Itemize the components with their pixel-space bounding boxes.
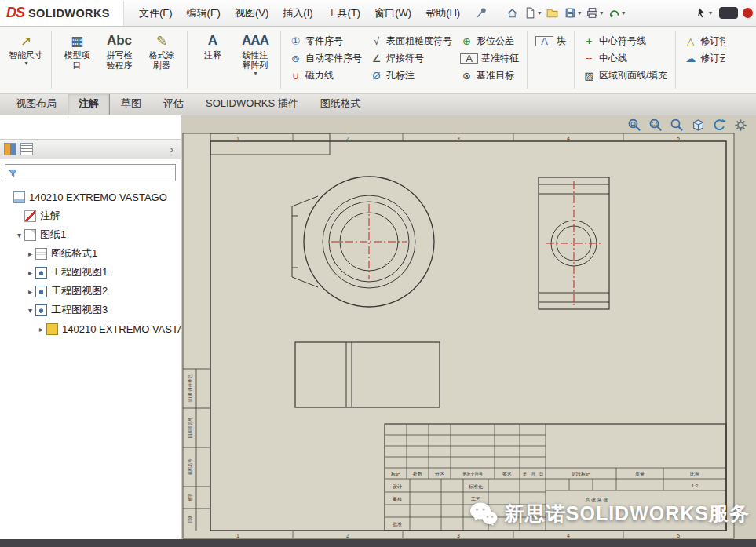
zone-number: 4 (567, 136, 570, 141)
sheet-format-icon (35, 248, 47, 260)
tab-view-layout[interactable]: 视图布局 (5, 93, 68, 115)
magnetic-line-icon: ∪ (289, 70, 302, 82)
ribbon-separator (51, 31, 52, 89)
menu-edit[interactable]: 编辑(E) (180, 2, 228, 24)
menu-window[interactable]: 窗口(W) (367, 2, 418, 24)
caret-right-icon: ▸ (25, 287, 35, 296)
menu-help[interactable]: 帮助(H) (418, 2, 467, 24)
graphics-area[interactable]: 1 2 3 4 5 1 2 3 4 5 借(通)用件登记 旧底图总号 底图总号 … (181, 115, 756, 539)
balloon-button[interactable]: ① 零件序号 (285, 33, 366, 49)
tab-sheet-format[interactable]: 图纸格式 (309, 93, 372, 115)
revision-cloud-button[interactable]: ☁ 修订云 (680, 50, 725, 67)
area-hatch-button[interactable]: ▨ 区域剖面线/填充 (579, 67, 671, 84)
tree-item-sheet-format1[interactable]: ▸ 图纸格式1 (0, 244, 181, 263)
tree-item-label: 工程图视图3 (51, 303, 108, 317)
tree-item-drawing-view2[interactable]: ▸ 工程图视图2 (0, 282, 181, 301)
pin-icon[interactable] (473, 5, 490, 21)
magnetic-line-button[interactable]: ∪ 磁力线 (285, 67, 366, 84)
view-settings-button[interactable] (733, 118, 748, 135)
ribbon-separator (574, 31, 575, 89)
select-cursor-icon (695, 6, 708, 20)
centerline-icon: ╌ (583, 53, 596, 64)
tree-filter (5, 164, 176, 181)
revision-symbol-button[interactable]: △ 修订符号 (680, 33, 725, 49)
select-tool-button[interactable]: ▾ (693, 5, 714, 21)
chevron-down-icon: ▾ (24, 60, 27, 67)
menu-view[interactable]: 视图(V) (228, 2, 276, 24)
menu-list: 文件(F) 编辑(E) 视图(V) 插入(I) 工具(T) 窗口(W) 帮助(H… (132, 2, 467, 24)
tab-evaluate[interactable]: 评估 (152, 93, 195, 115)
zoom-button[interactable] (670, 118, 685, 135)
balloon-icon: ① (289, 35, 302, 47)
feature-tree: 140210 EXTREMO VASTAGO 注解 ▾ 图纸1 ▸ 图纸格式1 … (0, 188, 181, 338)
tree-item-drawing-view1[interactable]: ▸ 工程图视图1 (0, 263, 181, 282)
filter-input[interactable] (21, 166, 173, 179)
spell-checker-icon: Abc (107, 31, 132, 50)
note-icon: A (208, 31, 217, 50)
gtol-button[interactable]: ⊕ 形位公差 (456, 33, 523, 49)
surface-finish-button[interactable]: √ 表面粗糙度符号 (366, 33, 456, 49)
feature-manager-tab-icon[interactable] (4, 143, 16, 155)
zoom-area-button[interactable] (648, 118, 663, 135)
rotate-view-button[interactable] (712, 118, 727, 135)
view-orientation-button[interactable] (691, 118, 706, 135)
weld-symbol-icon: ∠ (370, 53, 383, 64)
filter-funnel-icon (8, 168, 18, 178)
new-document-icon (524, 6, 537, 20)
caret-right-icon: ▸ (25, 268, 35, 277)
menu-tools[interactable]: 工具(T) (320, 2, 368, 24)
center-mark-button[interactable]: + 中心符号线 (579, 33, 671, 49)
display-manager-tab-icon[interactable] (20, 143, 33, 155)
linear-note-pattern-label: 线性注释阵列 (241, 50, 269, 71)
drawing-sheet[interactable]: 1 2 3 4 5 1 2 3 4 5 借(通)用件登记 旧底图总号 底图总号 … (181, 115, 756, 539)
solidworks-logo: DS SOLIDWORKS (0, 1, 124, 26)
datum-feature-icon: A (460, 53, 478, 64)
save-button[interactable]: ▾ (562, 5, 583, 21)
format-painter-button[interactable]: ✎ 格式涂刷器 (141, 28, 183, 92)
tree-item-sheet1[interactable]: ▾ 图纸1 (0, 225, 181, 244)
open-button[interactable] (544, 5, 561, 21)
menu-insert[interactable]: 插入(I) (276, 2, 320, 24)
centerline-button[interactable]: ╌ 中心线 (579, 50, 671, 67)
panel-expand-icon[interactable]: › (167, 144, 177, 155)
print-button[interactable]: ▾ (584, 5, 604, 21)
print-icon (586, 6, 599, 20)
auto-balloon-button[interactable]: ⊚ 自动零件序号 (285, 50, 366, 67)
hole-callout-button[interactable]: Ø 孔标注 (366, 67, 456, 84)
note-label: 注释 (204, 50, 221, 60)
record-dot-icon[interactable] (743, 8, 753, 18)
smart-dimension-icon: ↗ (20, 31, 31, 50)
datum-target-button[interactable]: ⊗ 基准目标 (456, 67, 523, 84)
tree-item-part[interactable]: ▸ 140210 EXTREMO VASTAGO (0, 319, 181, 338)
datum-feature-button[interactable]: A 基准特征 (456, 50, 523, 67)
drawing-view-icon (35, 304, 47, 316)
linear-note-pattern-button[interactable]: AAA 线性注释阵列 ▾ (234, 28, 276, 92)
area-hatch-label: 区域剖面线/填充 (599, 69, 667, 82)
tab-sketch[interactable]: 草图 (110, 93, 152, 115)
tree-item-label: 工程图视图1 (51, 265, 108, 279)
hole-callout-label: 孔标注 (386, 69, 415, 82)
undo-button[interactable]: ▾ (606, 5, 626, 21)
format-painter-icon: ✎ (156, 31, 167, 50)
zoom-icon (670, 118, 685, 133)
spell-checker-label: 拼写检验程序 (105, 50, 133, 71)
smart-dimension-button[interactable]: ↗ 智能尺寸 ▾ (5, 28, 47, 92)
weld-symbol-button[interactable]: ∠ 焊接符号 (366, 50, 456, 67)
ribbon-separator (280, 31, 281, 89)
model-items-button[interactable]: ▦ 模型项目 (56, 28, 98, 92)
tree-item-annotations[interactable]: 注解 (0, 206, 181, 225)
home-button[interactable] (504, 5, 520, 21)
new-document-button[interactable]: ▾ (522, 5, 542, 21)
panel-toggle-icon[interactable] (719, 7, 738, 19)
view-orientation-cube-icon (691, 118, 706, 133)
tree-item-drawing-view3[interactable]: ▾ 工程图视图3 (0, 301, 181, 319)
zoom-fit-button[interactable] (627, 118, 642, 135)
block-button[interactable]: A 块 (531, 33, 570, 49)
spell-checker-button[interactable]: Abc 拼写检验程序 (98, 28, 141, 92)
tree-item-root[interactable]: 140210 EXTREMO VASTAGO (0, 188, 181, 206)
block-group: A 块 (531, 28, 570, 92)
tab-annotation[interactable]: 注解 (68, 93, 110, 115)
note-button[interactable]: A 注释 (192, 28, 234, 92)
menu-file[interactable]: 文件(F) (132, 2, 180, 24)
tab-addins[interactable]: SOLIDWORKS 插件 (195, 93, 309, 115)
